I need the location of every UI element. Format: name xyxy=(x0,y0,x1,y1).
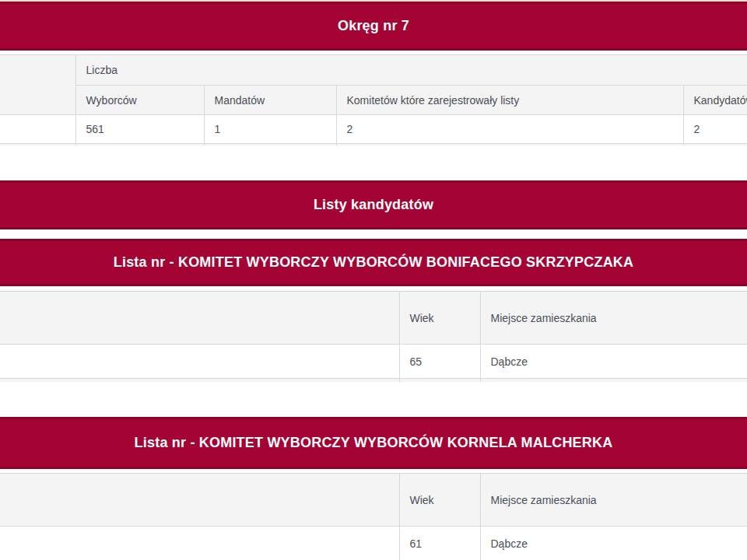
summary-group-header-cell: Liczba xyxy=(75,55,747,86)
age-col-header: Wiek xyxy=(399,474,480,527)
summary-empty-header-cell xyxy=(0,55,75,115)
candidate-row: 61 Dąbcze xyxy=(0,527,747,560)
candidate-table-1: Wiek Miejsce zamieszkania 65 Dąbcze xyxy=(0,291,747,382)
clipped-next-row xyxy=(0,144,747,146)
candidate-row: 65 Dąbcze xyxy=(0,345,747,379)
lists-section-bar: Listy kandydatów xyxy=(0,180,747,229)
candidate-table-wrapper-1: Wiek Miejsce zamieszkania 65 Dąbcze xyxy=(0,291,747,382)
candidate-list-title-2: Lista nr - KOMITET WYBORCZY WYBORCÓW KOR… xyxy=(135,435,613,451)
candidate-name-cell-empty xyxy=(0,527,399,560)
summary-empty-cell xyxy=(0,115,75,144)
summary-col-header-candidates: Kandydatów xyxy=(683,86,747,115)
summary-data-row: 561 1 2 2 xyxy=(0,115,747,144)
candidate-list-bar-1: Lista nr - KOMITET WYBORCZY WYBORCÓW BON… xyxy=(0,239,747,286)
summary-table-wrapper: Liczba Wyborców Mandatów Komitetów które… xyxy=(0,54,747,145)
district-title: Okręg nr 7 xyxy=(338,18,409,34)
candidate-list-bar-2: Lista nr - KOMITET WYBORCZY WYBORCÓW KOR… xyxy=(0,417,747,469)
clipped-next-row xyxy=(0,379,747,383)
age-cell: 65 xyxy=(399,345,480,379)
residence-cell: Dąbcze xyxy=(480,345,747,379)
summary-col-header-committees: Komitetów które zarejestrowały listy xyxy=(336,86,683,115)
residence-cell: Dąbcze xyxy=(480,527,747,560)
summary-value-mandates: 1 xyxy=(204,115,336,144)
results-page: Okręg nr 7 Liczba Wyborców Mandatów Komi… xyxy=(0,0,747,560)
candidate-table-2: Wiek Miejsce zamieszkania 61 Dąbcze xyxy=(0,473,747,560)
summary-value-committees: 2 xyxy=(336,115,683,144)
residence-col-header: Miejsce zamieszkania xyxy=(480,292,747,345)
residence-col-header: Miejsce zamieszkania xyxy=(480,474,747,527)
age-cell: 61 xyxy=(399,527,480,560)
candidate-name-cell-empty xyxy=(0,345,399,379)
summary-value-candidates: 2 xyxy=(683,115,747,144)
age-col-header: Wiek xyxy=(399,292,480,345)
candidate-name-header-empty xyxy=(0,292,399,345)
candidate-table-wrapper-2: Wiek Miejsce zamieszkania 61 Dąbcze xyxy=(0,473,747,560)
summary-col-header-mandates: Mandatów xyxy=(204,86,336,115)
summary-value-voters: 561 xyxy=(75,115,204,144)
summary-table: Liczba Wyborców Mandatów Komitetów które… xyxy=(0,54,747,145)
candidate-name-header-empty xyxy=(0,474,399,527)
lists-section-title: Listy kandydatów xyxy=(314,197,433,213)
candidate-list-title-1: Lista nr - KOMITET WYBORCZY WYBORCÓW BON… xyxy=(114,254,633,271)
district-header-bar: Okręg nr 7 xyxy=(0,2,747,51)
summary-col-header-voters: Wyborców xyxy=(75,86,204,115)
